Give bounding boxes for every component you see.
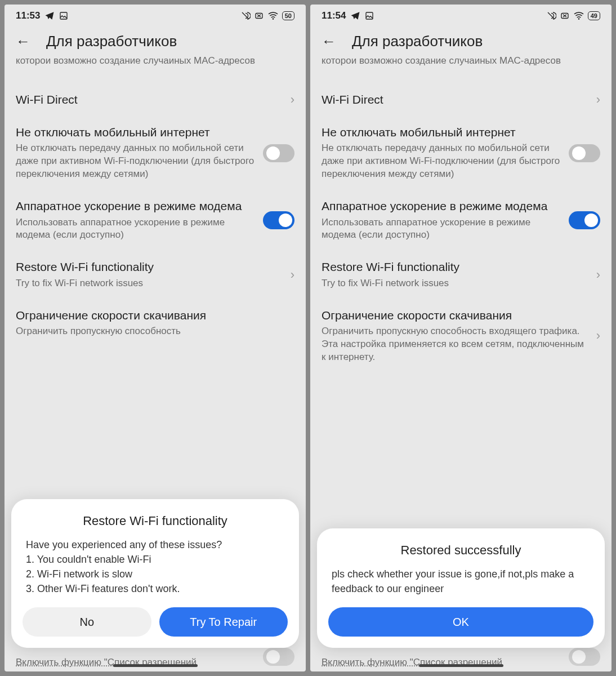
dialog-title: Restore Wi-Fi functionality <box>23 514 288 528</box>
setting-desc: Не отключать передачу данных по мобильно… <box>322 142 562 181</box>
toggle-peek[interactable] <box>263 648 294 666</box>
setting-desc: Try to fix Wi-Fi network issues <box>16 277 284 290</box>
svg-point-5 <box>578 18 579 20</box>
setting-title: Wi-Fi Direct <box>322 92 590 107</box>
status-bar: 11:53 50 <box>5 5 306 25</box>
setting-wifi-direct[interactable]: Wi-Fi Direct › <box>16 83 294 116</box>
image-icon <box>59 11 68 20</box>
home-indicator[interactable] <box>419 664 503 667</box>
toggle-keep-mobile[interactable] <box>263 144 294 162</box>
svg-rect-0 <box>60 12 67 19</box>
header: ← Для разработчиков <box>5 25 306 55</box>
status-time: 11:54 <box>322 10 346 21</box>
setting-desc: Использовать аппаратное ускорение в режи… <box>322 216 562 242</box>
setting-title: Аппаратное ускорение в режиме модема <box>16 199 256 214</box>
setting-desc: Try to fix Wi-Fi network issues <box>322 277 590 290</box>
setting-title: Restore Wi-Fi functionality <box>322 260 590 274</box>
chevron-right-icon: › <box>291 268 294 282</box>
dialog-body-intro: Have you experienced any of these issues… <box>26 537 284 552</box>
setting-title: Не отключать мобильный интернет <box>322 125 562 140</box>
no-button[interactable]: No <box>23 607 151 637</box>
setting-wifi-direct[interactable]: Wi-Fi Direct › <box>322 83 600 116</box>
setting-restore-wifi[interactable]: Restore Wi-Fi functionality Try to fix W… <box>16 251 294 299</box>
setting-restore-wifi[interactable]: Restore Wi-Fi functionality Try to fix W… <box>322 251 600 299</box>
chevron-right-icon: › <box>291 92 294 107</box>
telegram-icon <box>44 11 55 21</box>
dialog-body-line1: 1. You couldn't enable Wi-Fi <box>26 552 284 567</box>
setting-download-limit[interactable]: Ограничение скорости скачивания Ограничи… <box>322 299 600 373</box>
vibrate-icon <box>240 11 251 21</box>
truncated-prev-desc: которои возможно создание случаиных MAC-… <box>16 55 294 68</box>
setting-desc: Не отключать передачу данных по мобильно… <box>16 142 256 181</box>
chevron-right-icon: › <box>596 328 600 343</box>
setting-title: Wi-Fi Direct <box>16 92 284 107</box>
ok-button[interactable]: OK <box>328 607 593 637</box>
dialog-restore-wifi: Restore Wi-Fi functionality Have you exp… <box>11 499 299 648</box>
setting-hw-accel-tether[interactable]: Аппаратное ускорение в режиме модема Исп… <box>322 190 600 251</box>
home-indicator[interactable] <box>113 664 198 667</box>
setting-title: Restore Wi-Fi functionality <box>16 260 284 274</box>
setting-desc: Ограничить пропускную способность входящ… <box>322 325 590 364</box>
wifi-icon <box>267 11 279 20</box>
page-title: Для разработчиков <box>46 33 177 50</box>
setting-title: Ограничение скорости скачивания <box>16 308 288 323</box>
svg-point-2 <box>272 18 274 20</box>
phone-screen-left: 11:53 50 ← Для разработчиков <box>5 5 306 671</box>
setting-desc: Использовать аппаратное ускорение в режи… <box>16 216 256 242</box>
no-sim-icon <box>254 11 264 21</box>
status-bar: 11:54 49 <box>310 5 611 25</box>
try-to-repair-button[interactable]: Try To Repair <box>159 607 288 637</box>
battery-icon: 49 <box>588 11 600 20</box>
battery-icon: 50 <box>282 11 294 20</box>
dialog-body-line3: 3. Other Wi-Fi features don't work. <box>26 581 284 596</box>
toggle-hw-accel[interactable] <box>263 211 294 229</box>
header: ← Для разработчиков <box>310 25 611 55</box>
back-arrow-icon[interactable]: ← <box>16 33 30 50</box>
setting-title: Ограничение скорости скачивания <box>322 308 590 323</box>
dialog-title: Restored successfully <box>328 543 593 558</box>
image-icon <box>365 11 374 20</box>
status-time: 11:53 <box>16 10 40 21</box>
setting-title: Не отключать мобильный интернет <box>16 125 256 140</box>
setting-keep-mobile-data[interactable]: Не отключать мобильный интернет Не отклю… <box>16 116 294 190</box>
dialog-body-line2: 2. Wi-Fi network is slow <box>26 567 284 581</box>
setting-title: Аппаратное ускорение в режиме модема <box>322 199 562 214</box>
toggle-peek[interactable] <box>569 648 600 666</box>
setting-keep-mobile-data[interactable]: Не отключать мобильный интернет Не отклю… <box>322 116 600 190</box>
svg-rect-3 <box>366 12 373 19</box>
setting-hw-accel-tether[interactable]: Аппаратное ускорение в режиме модема Исп… <box>16 190 294 251</box>
telegram-icon <box>350 11 360 21</box>
no-sim-icon <box>560 11 570 21</box>
back-arrow-icon[interactable]: ← <box>322 33 336 50</box>
setting-desc: Ограничить пропускную способность <box>16 325 288 338</box>
wifi-icon <box>573 11 584 20</box>
setting-download-limit[interactable]: Ограничение скорости скачивания Ограничи… <box>16 299 294 338</box>
battery-level: 49 <box>591 12 597 19</box>
phone-screen-right: 11:54 49 ← Для разработчиков <box>310 5 611 671</box>
battery-level: 50 <box>285 12 292 19</box>
dialog-body: pls check whether your issue is gone,if … <box>328 567 593 596</box>
vibrate-icon <box>546 11 556 21</box>
chevron-right-icon: › <box>596 268 600 282</box>
dialog-body: Have you experienced any of these issues… <box>23 537 288 596</box>
dialog-restored-success: Restored successfully pls check whether … <box>317 528 605 648</box>
toggle-keep-mobile[interactable] <box>569 144 600 162</box>
truncated-prev-desc: которои возможно создание случаиных MAC-… <box>322 55 600 68</box>
toggle-hw-accel[interactable] <box>569 211 600 229</box>
chevron-right-icon: › <box>596 92 600 107</box>
page-title: Для разработчиков <box>352 33 483 50</box>
